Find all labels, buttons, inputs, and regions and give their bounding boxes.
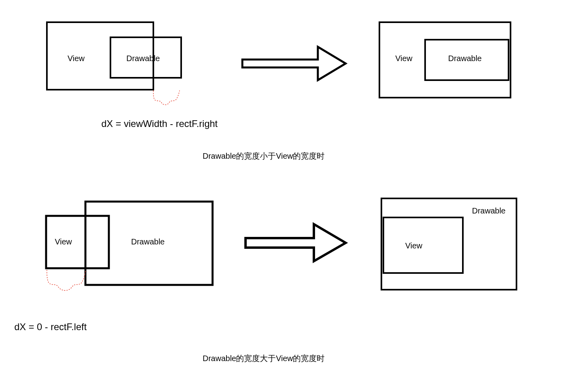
diagram-svg	[0, 0, 588, 373]
d1-right-drawable-label: Drawable	[448, 54, 482, 63]
d2-formula: dX = 0 - rectF.left	[14, 321, 87, 333]
d1-left-view-label: View	[68, 54, 85, 63]
d2-arrow	[246, 224, 346, 261]
d2-red-brace	[47, 270, 86, 290]
d2-caption: Drawable的宽度大于View的宽度时	[203, 353, 325, 364]
d1-left-drawable-label: Drawable	[126, 54, 160, 63]
d2-right-view-rect	[383, 217, 463, 273]
d1-formula: dX = viewWidth - rectF.right	[101, 118, 218, 129]
d2-left-drawable-label: Drawable	[131, 237, 164, 246]
d2-left-view-label: View	[55, 237, 72, 246]
d1-red-brace	[153, 90, 180, 105]
d1-caption: Drawable的宽度小于View的宽度时	[203, 151, 325, 162]
d2-right-drawable-label: Drawable	[472, 206, 505, 215]
d1-right-view-label: View	[395, 54, 412, 63]
d1-arrow	[242, 47, 346, 80]
d2-right-view-label: View	[405, 241, 422, 250]
